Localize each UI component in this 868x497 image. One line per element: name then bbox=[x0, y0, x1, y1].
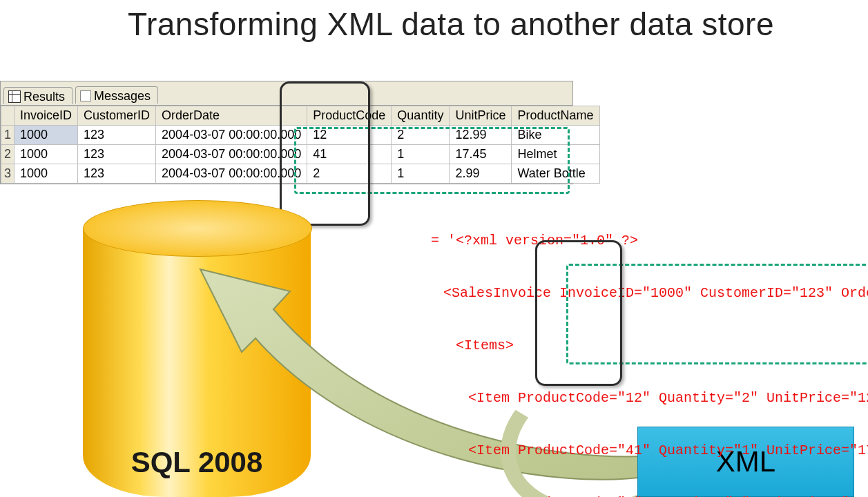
cell: 2004-03-07 00:00:00.000 bbox=[156, 126, 307, 145]
col-orderdate: OrderDate bbox=[156, 106, 307, 126]
cell: Helmet bbox=[512, 145, 599, 164]
slide-title: Transforming XML data to another data st… bbox=[128, 6, 774, 43]
cell: 1 bbox=[392, 145, 450, 164]
grid-icon bbox=[8, 90, 21, 103]
xml-line: <Item ProductCode="12" Quantity="2" Unit… bbox=[431, 385, 868, 411]
cell: 123 bbox=[78, 164, 156, 184]
cell: Bike bbox=[512, 126, 599, 145]
table-row[interactable]: 1 1000 123 2004-03-07 00:00:00.000 12 2 … bbox=[1, 126, 600, 145]
tab-results-label: Results bbox=[23, 90, 65, 104]
cell: 12 bbox=[307, 126, 392, 145]
sql-cylinder: SQL 2008 bbox=[83, 200, 311, 497]
xml-line: <SalesInvoice InvoiceID="1000" CustomerI… bbox=[431, 280, 868, 306]
tab-messages-label: Messages bbox=[94, 89, 151, 104]
row-number: 3 bbox=[1, 164, 15, 184]
cell: 12.99 bbox=[450, 126, 512, 145]
tab-results[interactable]: Results bbox=[3, 87, 73, 104]
cell: 2.99 bbox=[450, 164, 512, 184]
cell: Water Bottle bbox=[512, 164, 599, 184]
results-tabbar: Results Messages bbox=[1, 81, 572, 106]
sql-results-pane: Results Messages InvoiceID CustomerID Or… bbox=[0, 81, 573, 184]
cell: 2004-03-07 00:00:00.000 bbox=[156, 145, 307, 164]
row-number: 2 bbox=[1, 145, 15, 164]
table-header-row: InvoiceID CustomerID OrderDate ProductCo… bbox=[1, 106, 600, 126]
cell: 1 bbox=[392, 164, 450, 184]
cell: 41 bbox=[307, 145, 392, 164]
row-number: 1 bbox=[1, 126, 15, 145]
cell: 1000 bbox=[15, 145, 78, 164]
cell: 2 bbox=[307, 164, 392, 184]
cylinder-label: SQL 2008 bbox=[83, 446, 311, 479]
col-invoiceid: InvoiceID bbox=[15, 106, 78, 126]
table-row[interactable]: 3 1000 123 2004-03-07 00:00:00.000 2 1 2… bbox=[1, 164, 600, 184]
col-rownum bbox=[1, 106, 15, 126]
col-productname: ProductName bbox=[512, 106, 599, 126]
col-quantity: Quantity bbox=[392, 106, 450, 126]
cell: 123 bbox=[78, 145, 156, 164]
cell: 17.45 bbox=[450, 145, 512, 164]
xml-line: <Item ProductCode="41" Quantity="1" Unit… bbox=[431, 438, 868, 464]
cylinder-top bbox=[83, 200, 312, 257]
xml-line: <Item ProductCode="2" Quantity="1" UnitP… bbox=[431, 490, 868, 497]
cell: 1000 bbox=[15, 126, 78, 145]
col-productcode: ProductCode bbox=[307, 106, 392, 126]
tab-messages[interactable]: Messages bbox=[75, 86, 158, 104]
xml-line: = '<?xml version="1.0" ?> bbox=[431, 228, 868, 254]
cell: 2 bbox=[392, 126, 450, 145]
cell: 123 bbox=[78, 126, 156, 145]
cell: 2004-03-07 00:00:00.000 bbox=[156, 164, 307, 184]
xml-line: <Items> bbox=[431, 333, 868, 359]
cell: 1000 bbox=[15, 164, 78, 184]
results-table: InvoiceID CustomerID OrderDate ProductCo… bbox=[1, 106, 600, 184]
col-customerid: CustomerID bbox=[78, 106, 156, 126]
xml-code-block: = '<?xml version="1.0" ?> <SalesInvoice … bbox=[431, 202, 868, 497]
messages-icon bbox=[80, 90, 91, 101]
col-unitprice: UnitPrice bbox=[450, 106, 512, 126]
table-row[interactable]: 2 1000 123 2004-03-07 00:00:00.000 41 1 … bbox=[1, 145, 600, 164]
